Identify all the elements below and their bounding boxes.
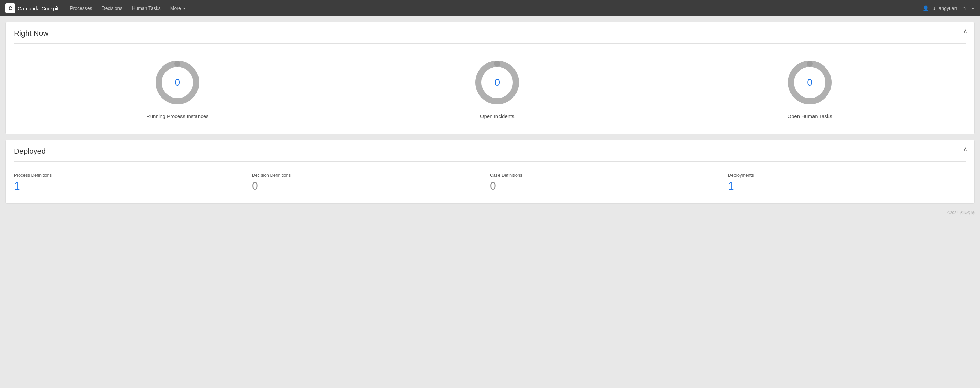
nav-right: 👤 liu liangyuan ⌂ ▼ — [923, 5, 975, 11]
metric-open-human-tasks: 0 Open Human Tasks — [786, 59, 834, 119]
deployed-value-case-definitions[interactable]: 0 — [490, 180, 728, 192]
donut-incidents: 0 — [473, 59, 521, 106]
deployed-label-case-definitions: Case Definitions — [490, 172, 728, 178]
nav-link-human-tasks[interactable]: Human Tasks — [127, 0, 165, 16]
metric-label-incidents: Open Incidents — [480, 113, 514, 119]
donut-value-incidents[interactable]: 0 — [495, 77, 500, 88]
right-now-divider — [14, 43, 966, 44]
user-icon: 👤 — [923, 5, 929, 11]
donut-human-tasks: 0 — [786, 59, 834, 106]
metrics-row: 0 Running Process Instances 0 Open Incid… — [14, 52, 966, 126]
brand: C Camunda Cockpit — [5, 3, 58, 13]
donut-value-human-tasks[interactable]: 0 — [807, 77, 813, 88]
donut-value-running[interactable]: 0 — [175, 77, 180, 88]
right-now-title: Right Now — [14, 29, 966, 38]
deployed-title: Deployed — [14, 147, 966, 156]
home-arrow-icon: ▼ — [971, 6, 975, 10]
deployed-item-decision-definitions: Decision Definitions 0 — [252, 170, 490, 195]
footer: ©2024 各民各党 — [0, 209, 980, 217]
deployed-label-decision-definitions: Decision Definitions — [252, 172, 490, 178]
deployed-value-deployments[interactable]: 1 — [728, 180, 966, 192]
deployed-item-process-definitions: Process Definitions 1 — [14, 170, 252, 195]
main-content: Right Now ∧ 0 Running Process Instances — [0, 16, 980, 209]
chevron-up-icon-deployed: ∧ — [963, 146, 967, 152]
metric-running-process-instances: 0 Running Process Instances — [146, 59, 209, 119]
deployed-item-deployments: Deployments 1 — [728, 170, 966, 195]
metric-open-incidents: 0 Open Incidents — [473, 59, 521, 119]
deployed-label-process-definitions: Process Definitions — [14, 172, 252, 178]
navbar: C Camunda Cockpit Processes Decisions Hu… — [0, 0, 980, 16]
deployed-collapse-button[interactable]: ∧ — [963, 145, 967, 152]
deployed-card: Deployed ∧ Process Definitions 1 Decisio… — [5, 140, 975, 204]
nav-link-more[interactable]: More ▼ — [165, 0, 191, 16]
deployed-value-decision-definitions[interactable]: 0 — [252, 180, 490, 192]
nav-links: Processes Decisions Human Tasks More ▼ — [65, 0, 923, 16]
metric-label-human-tasks: Open Human Tasks — [787, 113, 832, 119]
donut-running: 0 — [154, 59, 201, 106]
deployed-grid: Process Definitions 1 Decision Definitio… — [14, 170, 966, 195]
right-now-collapse-button[interactable]: ∧ — [963, 28, 967, 34]
dropdown-arrow-icon: ▼ — [183, 6, 186, 10]
chevron-up-icon: ∧ — [963, 28, 967, 34]
user-info[interactable]: 👤 liu liangyuan — [923, 5, 957, 11]
home-icon[interactable]: ⌂ — [962, 5, 966, 11]
deployed-value-process-definitions[interactable]: 1 — [14, 180, 252, 192]
nav-link-decisions[interactable]: Decisions — [97, 0, 127, 16]
brand-name: Camunda Cockpit — [18, 5, 58, 11]
deployed-label-deployments: Deployments — [728, 172, 966, 178]
metric-label-running: Running Process Instances — [146, 113, 209, 119]
username: liu liangyuan — [931, 5, 957, 11]
deployed-item-case-definitions: Case Definitions 0 — [490, 170, 728, 195]
brand-icon: C — [5, 3, 15, 13]
footer-text: ©2024 各民各党 — [947, 211, 975, 215]
nav-link-processes[interactable]: Processes — [65, 0, 97, 16]
right-now-card: Right Now ∧ 0 Running Process Instances — [5, 22, 975, 134]
